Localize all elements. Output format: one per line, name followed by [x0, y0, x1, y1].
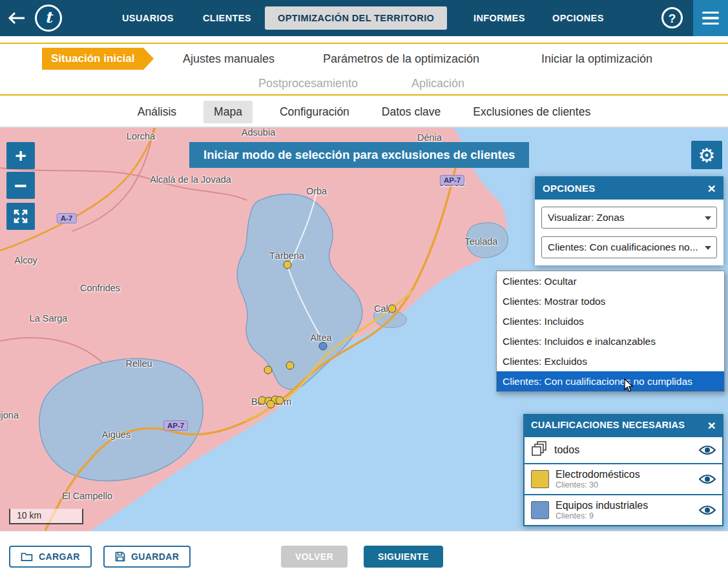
client-marker[interactable]: [286, 362, 295, 370]
map-label: El Campello: [62, 491, 112, 501]
client-marker[interactable]: [267, 400, 275, 409]
options-panel-header: OPCIONES ×: [535, 176, 723, 200]
qualification-label: Equipos industriales: [556, 499, 648, 511]
qualification-count: Clientes: 9: [556, 511, 648, 521]
visualize-select-value: Visualizar: Zonas: [548, 212, 625, 223]
tab-configuracion[interactable]: Configuración: [275, 101, 355, 123]
map-label: Adsubia: [242, 128, 275, 138]
dropdown-option-selected[interactable]: Clientes: Con cualificaciones no cumplid…: [497, 371, 724, 391]
tab-analisis[interactable]: Análisis: [132, 101, 182, 123]
fullscreen-icon[interactable]: [6, 203, 35, 230]
guardar-button[interactable]: GUARDAR: [103, 546, 191, 568]
tab-mapa[interactable]: Mapa: [203, 101, 253, 123]
eye-icon[interactable]: [699, 444, 716, 456]
siguiente-button[interactable]: SIGUIENTE: [364, 546, 443, 568]
layers-icon: [531, 440, 548, 460]
clients-select-dropdown: Clientes: Ocultar Clientes: Mostrar todo…: [496, 271, 725, 392]
help-button[interactable]: ?: [661, 7, 683, 28]
footer-bar: CARGAR GUARDAR VOLVER SIGUIENTE: [0, 531, 728, 576]
client-marker[interactable]: [388, 305, 397, 313]
client-marker[interactable]: [276, 396, 284, 405]
zoom-out-button[interactable]: −: [6, 172, 35, 199]
qualification-row-equipos-industriales: Equipos industriales Clientes: 9: [525, 495, 722, 525]
options-panel: OPCIONES × Visualizar: Zonas Clientes: C…: [535, 176, 723, 265]
map-label: Relleu: [125, 358, 152, 369]
visualize-select[interactable]: Visualizar: Zonas: [541, 207, 717, 229]
step-iniciar-optimizacion[interactable]: Iniciar la optimización: [541, 48, 652, 70]
chevron-down-icon: [705, 216, 711, 220]
dropdown-option[interactable]: Clientes: Excluidos: [497, 351, 724, 371]
nav-item-opciones[interactable]: OPCIONES: [552, 0, 604, 36]
qualification-row-electrodomesticos: Electrodomésticos Clientes: 30: [525, 464, 722, 494]
back-icon[interactable]: [6, 10, 26, 28]
map-label: Jijona: [0, 410, 19, 420]
chevron-down-icon: [705, 246, 711, 250]
client-marker[interactable]: [319, 342, 328, 351]
color-swatch: [531, 501, 549, 519]
nav-item-clientes[interactable]: CLIENTES: [203, 0, 251, 36]
qualifications-panel-header: CUALIFICACIONES NECESARIAS ×: [525, 414, 722, 436]
wizard-steps: Situación inicial Ajustes manuales Parám…: [0, 43, 728, 96]
qualifications-panel: CUALIFICACIONES NECESARIAS × todos Elect…: [523, 414, 723, 526]
nav-item-usuarios[interactable]: USUARIOS: [122, 0, 174, 36]
eye-icon[interactable]: [699, 504, 716, 516]
clients-select-value: Clientes: Con cualificaciones no...: [548, 242, 698, 252]
zoom-in-button[interactable]: +: [6, 142, 35, 169]
dropdown-option[interactable]: Clientes: Incluidos e inalcanzables: [497, 331, 724, 351]
step-parametros-optimizacion[interactable]: Parámetros de la optimización: [323, 48, 479, 70]
road-shield: AP-7: [163, 420, 188, 431]
app-logo: t: [35, 5, 62, 32]
volver-button: VOLVER: [281, 546, 348, 568]
tab-bar: Análisis Mapa Configuración Datos clave …: [0, 97, 728, 128]
nav-item-optimizacion-territorio[interactable]: OPTIMIZACIÓN DEL TERRITORIO: [265, 6, 447, 30]
map-label: Confrides: [80, 283, 120, 293]
client-marker[interactable]: [284, 261, 292, 269]
client-marker[interactable]: [264, 366, 273, 375]
step-aplicacion: Aplicación: [411, 72, 464, 94]
map-label: Tàrbena: [269, 251, 304, 261]
qualifications-panel-title: CUALIFICACIONES NECESARIAS: [531, 420, 685, 430]
tab-datos-clave[interactable]: Datos clave: [377, 101, 446, 123]
step-ajustes-manuales[interactable]: Ajustes manuales: [183, 48, 275, 70]
road-shield: AP-7: [440, 175, 464, 185]
map-label: Teulada: [465, 236, 498, 247]
close-icon[interactable]: ×: [708, 418, 716, 432]
qualification-label: Electrodomésticos: [556, 468, 640, 480]
color-swatch: [531, 470, 549, 488]
map-label: Lorcha: [127, 131, 155, 141]
tab-exclusiones-clientes[interactable]: Exclusiones de clientes: [468, 101, 596, 123]
save-icon: [115, 551, 125, 562]
folder-icon: [21, 552, 33, 562]
qualification-label: todos: [554, 444, 579, 456]
clients-select[interactable]: Clientes: Con cualificaciones no...: [541, 236, 717, 258]
dropdown-option[interactable]: Clientes: Ocultar: [497, 271, 724, 291]
map-label: La Sarga: [30, 313, 68, 324]
cargar-button[interactable]: CARGAR: [9, 546, 92, 568]
options-panel-title: OPCIONES: [543, 183, 596, 194]
nav-item-informes[interactable]: INFORMES: [473, 0, 525, 36]
qualification-row-todos: todos: [525, 437, 722, 463]
map-label: Altea: [310, 333, 331, 343]
eye-icon[interactable]: [699, 473, 716, 485]
step-situacion-inicial[interactable]: Situación inicial: [42, 48, 143, 70]
gear-icon[interactable]: ⚙: [691, 141, 722, 169]
road-shield: A-7: [57, 213, 77, 223]
menu-icon[interactable]: [693, 0, 728, 36]
dropdown-option[interactable]: Clientes: Incluidos: [497, 311, 724, 331]
qualification-count: Clientes: 30: [556, 480, 640, 490]
map-canvas[interactable]: Lorcha Adsubia Dénia Alcalá de la Jovada…: [0, 128, 728, 531]
map-scale: 10 km: [9, 509, 83, 524]
dropdown-option[interactable]: Clientes: Mostrar todos: [497, 291, 724, 311]
close-icon[interactable]: ×: [707, 181, 716, 195]
map-label: Orba: [306, 186, 327, 196]
app-window: t USUARIOS CLIENTES OPTIMIZACIÓN DEL TER…: [0, 0, 728, 576]
map-label: Aigües: [102, 429, 130, 440]
top-nav: t USUARIOS CLIENTES OPTIMIZACIÓN DEL TER…: [0, 0, 728, 36]
map-label: Alcoy: [14, 255, 37, 265]
step-postprocesamiento: Postprocesamiento: [258, 72, 358, 94]
map-label: Dénia: [417, 132, 442, 143]
mouse-cursor: [624, 378, 634, 395]
map-label: Alcalá de la Jovada: [150, 174, 231, 185]
selection-mode-banner[interactable]: Iniciar modo de selección para exclusion…: [189, 142, 529, 168]
